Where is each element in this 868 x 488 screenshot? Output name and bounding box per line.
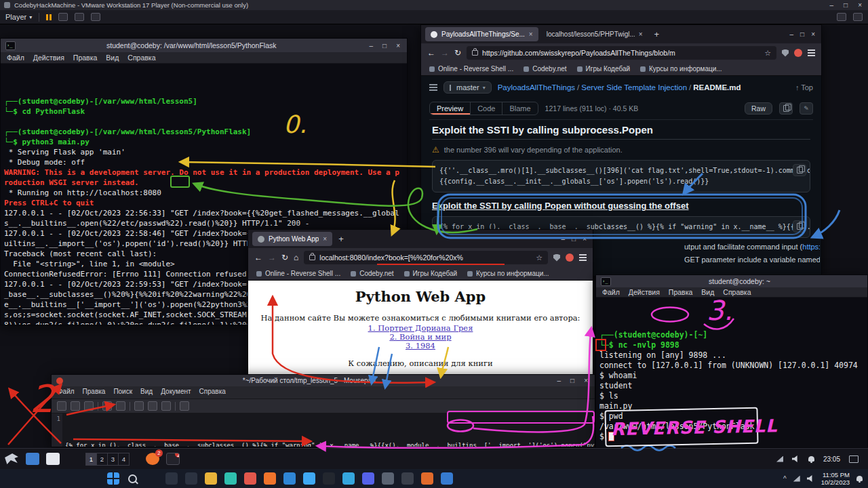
- bookmark-star-icon[interactable]: ☆: [764, 49, 771, 58]
- menu-item[interactable]: Правка: [73, 54, 97, 62]
- menu-item[interactable]: Вид: [701, 288, 714, 296]
- taskbar-app-icon[interactable]: [342, 472, 355, 485]
- bookmark-item[interactable]: Online - Reverse Shell ...: [256, 270, 340, 277]
- taskbar-app-icon[interactable]: [421, 472, 433, 485]
- menu-item[interactable]: Справка: [723, 288, 751, 296]
- refresh-icon[interactable]: ↻: [281, 253, 288, 262]
- unity-mode-icon[interactable]: [837, 13, 846, 21]
- network-icon[interactable]: [776, 456, 783, 462]
- copy-file-icon[interactable]: [779, 102, 793, 115]
- book-link[interactable]: 3. 1984: [248, 342, 593, 350]
- breadcrumb-repo[interactable]: PayloadsAllTheThings: [498, 83, 575, 92]
- search-icon[interactable]: [128, 474, 137, 483]
- bookmark-item[interactable]: Игры Кодебай: [577, 65, 630, 73]
- close-button[interactable]: ×: [394, 42, 402, 49]
- volume-icon[interactable]: [807, 475, 814, 482]
- twitter-link[interactable]: https://twitter.com/SecGus: [802, 243, 820, 251]
- send-ctrl-alt-del-icon[interactable]: [58, 13, 68, 21]
- windows-clock[interactable]: 11:05 PM 10/2/2023: [821, 471, 850, 486]
- maximize-button[interactable]: □: [568, 377, 576, 384]
- profile-avatar-icon[interactable]: [794, 49, 802, 57]
- hamburger-menu-icon[interactable]: [808, 49, 815, 51]
- copy-icon[interactable]: [148, 401, 157, 411]
- snapshot-icon[interactable]: [75, 13, 84, 21]
- forward-icon[interactable]: →: [268, 253, 276, 262]
- bookmark-item[interactable]: Курсы по информаци...: [467, 270, 549, 277]
- paste-icon[interactable]: [161, 401, 171, 411]
- bookmark-item[interactable]: Online - Reverse Shell ...: [429, 65, 513, 73]
- nc-terminal-titlebar[interactable]: ›_ student@codeby: ~: [596, 275, 867, 287]
- copy-icon[interactable]: [793, 220, 806, 232]
- taskbar-app-icon[interactable]: [205, 472, 217, 485]
- menu-item[interactable]: Файл: [58, 388, 75, 397]
- vmware-close-button[interactable]: ×: [856, 1, 864, 9]
- search-icon[interactable]: [180, 401, 189, 411]
- save-icon[interactable]: [84, 401, 94, 411]
- notifications-icon[interactable]: [856, 476, 863, 481]
- minimize-button[interactable]: –: [788, 30, 796, 38]
- menu-item[interactable]: Документ: [161, 388, 191, 397]
- bookmark-item[interactable]: Игры Кодебай: [404, 270, 457, 277]
- open-file-icon[interactable]: [71, 401, 80, 411]
- cut-icon[interactable]: [134, 401, 144, 411]
- back-icon[interactable]: ←: [427, 48, 435, 58]
- new-file-icon[interactable]: [57, 401, 66, 411]
- vmware-minimize-button[interactable]: –: [828, 1, 836, 9]
- menu-item[interactable]: Поиск: [113, 388, 132, 397]
- new-tab-button[interactable]: +: [335, 234, 347, 244]
- close-button[interactable]: ×: [580, 235, 589, 243]
- workspace-button[interactable]: 4: [119, 453, 129, 465]
- back-to-top-link[interactable]: ↑ Top: [795, 83, 813, 92]
- shield-icon[interactable]: [553, 254, 560, 262]
- taskbar-app-icon[interactable]: [303, 472, 315, 485]
- tab-close-icon[interactable]: ×: [639, 30, 643, 38]
- tab-preview[interactable]: Preview: [430, 102, 471, 115]
- profile-avatar-icon[interactable]: [566, 253, 574, 262]
- maximize-button[interactable]: □: [570, 235, 578, 243]
- url-bar[interactable]: https://github.com/swisskyrepo/PayloadsA…: [467, 46, 776, 60]
- mousepad-editor[interactable]: 1 {% for x in ().__class__.__base__.__su…: [52, 413, 595, 447]
- taskbar-app-icon[interactable]: [323, 472, 335, 485]
- minimize-button[interactable]: –: [368, 42, 376, 49]
- pause-vm-icon[interactable]: [46, 14, 52, 20]
- firefox-taskbar-icon[interactable]: 2: [146, 453, 159, 465]
- network-icon[interactable]: [793, 476, 800, 482]
- display-icon[interactable]: [849, 455, 859, 463]
- branch-selector[interactable]: master ▾: [443, 81, 492, 94]
- workspace-button[interactable]: 1: [86, 453, 97, 465]
- taskbar-app-icon[interactable]: [441, 472, 453, 485]
- flask-terminal-titlebar[interactable]: ›_ student@codeby: /var/www/html/lesson5…: [1, 39, 407, 52]
- menu-item[interactable]: Вид: [140, 388, 153, 397]
- tab-code[interactable]: Code: [471, 102, 502, 115]
- volume-icon[interactable]: [792, 455, 800, 462]
- undo-icon[interactable]: [102, 401, 112, 411]
- menu-item[interactable]: Справка: [199, 388, 226, 397]
- breadcrumb-directory[interactable]: Server Side Template Injection: [581, 83, 687, 92]
- taskbar-app-icon[interactable]: [185, 472, 197, 485]
- fullscreen-icon[interactable]: [853, 13, 863, 21]
- workspace-button[interactable]: 2: [97, 453, 108, 465]
- menu-item[interactable]: Файл: [7, 54, 24, 62]
- bookmark-star-icon[interactable]: ☆: [536, 253, 542, 262]
- tab-payloadsallthethings[interactable]: PayloadsAllTheThings/Se... ×: [425, 27, 538, 41]
- bookmark-item[interactable]: Codeby.net: [351, 270, 393, 277]
- menu-item[interactable]: Правка: [669, 288, 692, 296]
- notifications-icon[interactable]: [808, 456, 814, 462]
- edit-file-icon[interactable]: ✎: [800, 102, 813, 115]
- kali-menu-icon[interactable]: [4, 452, 19, 466]
- new-tab-button[interactable]: +: [651, 29, 663, 39]
- taskbar-app-icon[interactable]: [283, 472, 296, 485]
- vmware-restore-button[interactable]: □: [842, 1, 850, 9]
- text-editor-icon[interactable]: [46, 453, 60, 465]
- taskbar-app-icon[interactable]: [224, 472, 237, 485]
- minimize-button[interactable]: –: [559, 235, 568, 243]
- taskbar-app-icon[interactable]: [382, 472, 394, 485]
- raw-button[interactable]: Raw: [745, 102, 772, 115]
- vm-clock[interactable]: 23:05: [823, 455, 840, 463]
- menu-item[interactable]: Правка: [83, 388, 106, 397]
- tab-close-icon[interactable]: ×: [529, 30, 533, 38]
- taskbar-app-icon[interactable]: [362, 472, 374, 485]
- hidden-icons-chevron[interactable]: ^: [783, 475, 787, 483]
- taskbar-app-icon[interactable]: [401, 472, 414, 485]
- taskbar-app-icon[interactable]: [165, 472, 178, 485]
